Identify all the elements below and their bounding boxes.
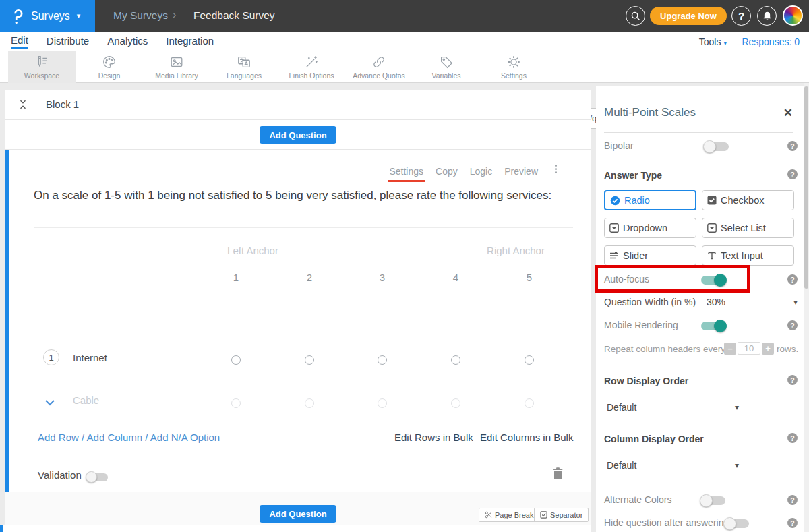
upgrade-now-button[interactable]: Upgrade Now xyxy=(650,7,727,25)
answer-type-text-input[interactable]: Text Input xyxy=(702,245,794,266)
help-button[interactable]: ? xyxy=(731,6,751,26)
toolbar-item-languages[interactable]: Languages xyxy=(210,51,278,83)
chevron-down-icon[interactable] xyxy=(45,396,55,409)
bell-icon xyxy=(762,11,772,21)
radio-internet-5[interactable] xyxy=(525,355,534,365)
mobile-rendering-toggle[interactable] xyxy=(701,322,725,330)
breadcrumb-parent[interactable]: My Surveys xyxy=(113,9,168,22)
tools-menu[interactable]: Tools ▾ xyxy=(699,36,727,47)
toolbar-item-workspace[interactable]: Workspace xyxy=(8,51,76,83)
answer-type-dropdown[interactable]: Dropdown xyxy=(604,218,696,238)
help-icon[interactable]: ? xyxy=(787,518,798,528)
decrement-button[interactable]: – xyxy=(724,343,736,355)
chevron-down-icon[interactable]: ▾ xyxy=(735,461,739,470)
responses-count[interactable]: Responses: 0 xyxy=(742,36,800,47)
answer-type-label: Answer Type xyxy=(604,170,662,181)
tab-distribute[interactable]: Distribute xyxy=(47,35,89,48)
chevron-down-icon[interactable]: ▾ xyxy=(735,403,739,412)
question-tab-copy[interactable]: Copy xyxy=(436,166,458,177)
column-header-2[interactable]: 2 xyxy=(302,272,317,283)
dropdown-icon xyxy=(609,223,619,233)
column-header-5[interactable]: 5 xyxy=(522,272,537,283)
question-width-value[interactable]: 30% xyxy=(707,297,725,307)
radio-internet-3[interactable] xyxy=(378,355,387,365)
radio-internet-4[interactable] xyxy=(451,355,460,365)
help-icon[interactable]: ? xyxy=(787,169,798,179)
help-icon[interactable]: ? xyxy=(787,141,798,151)
toolbar-item-design[interactable]: Design xyxy=(76,51,143,83)
answer-type-select-list[interactable]: Select List xyxy=(702,218,794,238)
toolbar-item-media-library[interactable]: Media Library xyxy=(143,51,210,83)
column-header-4[interactable]: 4 xyxy=(448,272,463,283)
help-icon[interactable]: ? xyxy=(787,495,798,505)
question-tab-preview[interactable]: Preview xyxy=(504,166,538,177)
help-icon[interactable]: ? xyxy=(787,320,798,330)
increment-button[interactable]: + xyxy=(762,343,774,355)
question-card: Settings Copy Logic Preview On a scale o… xyxy=(5,150,591,492)
alternate-colors-toggle[interactable] xyxy=(701,496,725,505)
delete-question-button[interactable] xyxy=(552,467,564,483)
row-display-order-label: Row Display Order xyxy=(604,376,688,386)
gear-icon xyxy=(506,55,521,69)
right-anchor-placeholder[interactable]: Right Anchor xyxy=(487,245,545,256)
chevron-down-icon[interactable]: ▾ xyxy=(793,297,798,307)
tab-edit[interactable]: Edit xyxy=(11,34,28,49)
hide-question-toggle[interactable] xyxy=(725,519,749,528)
tab-integration[interactable]: Integration xyxy=(166,35,214,48)
repeat-headers-input[interactable] xyxy=(738,342,760,355)
page-break-button[interactable]: Page Break xyxy=(479,508,539,522)
add-row-link[interactable]: Add Row xyxy=(38,432,79,443)
column-header-1[interactable]: 1 xyxy=(229,272,243,283)
toolbar-item-finish-options[interactable]: Finish Options xyxy=(278,51,345,83)
block-title[interactable]: Block 1 xyxy=(46,98,79,110)
answer-type-checkbox[interactable]: Checkbox xyxy=(702,190,794,210)
radio-internet-1[interactable] xyxy=(231,355,241,365)
palette-icon xyxy=(102,55,117,69)
add-question-button-bottom[interactable]: Add Question xyxy=(260,505,336,523)
edit-columns-in-bulk-link[interactable]: Edit Columns in Bulk xyxy=(480,432,573,443)
questionpro-logo-icon xyxy=(11,8,26,24)
separator-button[interactable]: Separator xyxy=(534,508,589,522)
notifications-button[interactable] xyxy=(757,6,777,26)
scrollbar-thumb[interactable] xyxy=(804,86,808,289)
avatar[interactable] xyxy=(783,5,803,26)
help-icon[interactable]: ? xyxy=(787,433,798,443)
column-header-3[interactable]: 3 xyxy=(375,272,390,283)
left-anchor-placeholder[interactable]: Left Anchor xyxy=(227,245,278,256)
question-text[interactable]: On a scale of 1-5 with 1 being not satis… xyxy=(34,187,554,204)
close-icon[interactable]: ✕ xyxy=(783,106,793,120)
auto-focus-toggle[interactable] xyxy=(701,276,725,285)
radio-cable-4[interactable] xyxy=(451,398,460,408)
product-switcher[interactable]: Surveys ▾ xyxy=(0,0,95,32)
help-icon[interactable]: ? xyxy=(787,274,798,285)
radio-cable-3[interactable] xyxy=(378,398,387,408)
answer-type-slider[interactable]: Slider xyxy=(604,245,696,266)
add-question-button-top[interactable]: Add Question xyxy=(260,126,336,144)
toolbar-item-variables[interactable]: Variables xyxy=(413,51,480,83)
question-tab-logic[interactable]: Logic xyxy=(470,166,492,177)
radio-cable-5[interactable] xyxy=(525,398,534,408)
help-icon[interactable]: ? xyxy=(787,375,798,385)
radio-internet-2[interactable] xyxy=(305,355,314,365)
validation-toggle[interactable] xyxy=(87,473,108,481)
search-button[interactable] xyxy=(626,6,645,26)
edit-rows-in-bulk-link[interactable]: Edit Rows in Bulk xyxy=(394,432,473,443)
row-label-internet[interactable]: Internet xyxy=(73,352,107,363)
radio-cable-1[interactable] xyxy=(231,398,241,408)
column-display-order-select[interactable]: Default xyxy=(607,460,636,471)
answer-type-radio[interactable]: Radio xyxy=(604,190,696,210)
breadcrumb-current: Feedback Survey xyxy=(193,9,275,22)
question-tab-settings[interactable]: Settings xyxy=(389,166,423,177)
tab-analytics[interactable]: Analytics xyxy=(107,35,148,48)
bipolar-toggle[interactable] xyxy=(705,142,729,151)
toolbar-item-advance-quotas[interactable]: Advance Quotas xyxy=(345,51,413,83)
radio-cable-2[interactable] xyxy=(305,398,314,408)
add-na-option-link[interactable]: Add N/A Option xyxy=(150,432,220,443)
validation-label: Validation xyxy=(38,469,82,481)
row-display-order-select[interactable]: Default xyxy=(607,402,636,413)
toolbar-item-settings[interactable]: Settings xyxy=(480,51,547,83)
kebab-menu-icon[interactable] xyxy=(555,165,557,173)
row-label-cable[interactable]: Cable xyxy=(73,394,99,406)
collapse-block-button[interactable] xyxy=(18,98,28,113)
add-column-link[interactable]: Add Column xyxy=(87,432,143,443)
